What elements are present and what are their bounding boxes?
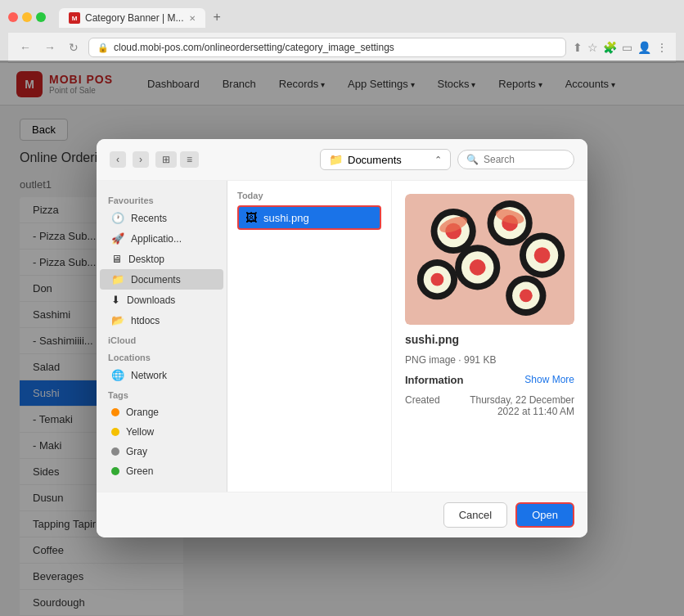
sidebar-item-htdocs[interactable]: 📂 htdocs: [100, 310, 223, 330]
maximize-button[interactable]: [36, 12, 46, 22]
sidebar-item-tag-orange[interactable]: Orange: [100, 402, 223, 422]
new-tab-button[interactable]: +: [207, 7, 227, 28]
sidebar-item-applications-label: Applicatio...: [131, 233, 182, 245]
locations-section-label: Locations: [97, 348, 227, 365]
sushi-preview: [405, 194, 574, 325]
file-dialog: ‹ › ⊞ ≡ 📁 Documents ⌃ 🔍 Favourites: [97, 139, 587, 537]
sidebar-item-recents-label: Recents: [131, 213, 167, 224]
orange-tag-dot: [111, 408, 119, 416]
favourites-section-label: Favourites: [97, 191, 227, 208]
sidebar-item-documents[interactable]: 📁 Documents: [100, 269, 223, 290]
sidebar-item-gray-label: Gray: [126, 446, 147, 457]
green-tag-dot: [111, 467, 119, 475]
recents-icon: 🕐: [111, 212, 124, 224]
back-nav-button[interactable]: ←: [16, 39, 34, 56]
dialog-grid-view-button[interactable]: ⊞: [155, 151, 177, 168]
sidebar-item-green-label: Green: [126, 465, 153, 477]
sidebar-item-desktop-label: Desktop: [128, 254, 164, 265]
address-text: cloud.mobi-pos.com/onlineordersetting/ca…: [114, 42, 394, 53]
show-more-link[interactable]: Show More: [524, 374, 574, 385]
search-box[interactable]: 🔍: [457, 150, 574, 169]
sidebar-item-yellow-label: Yellow: [126, 426, 154, 438]
created-label: Created: [405, 394, 440, 406]
sidebar-item-orange-label: Orange: [126, 407, 159, 418]
sidebar-panel: Favourites 🕐 Recents 🚀 Applicatio... 🖥 D…: [97, 181, 227, 492]
lock-icon: 🔒: [97, 43, 109, 53]
open-button[interactable]: Open: [515, 502, 574, 528]
active-tab[interactable]: M Category Banner | M... ✕: [59, 8, 205, 28]
close-button[interactable]: [8, 12, 18, 22]
profile-icon[interactable]: 👤: [637, 41, 651, 54]
applications-icon: 🚀: [111, 232, 124, 245]
search-icon: 🔍: [466, 154, 479, 165]
folder-selector[interactable]: 📁 Documents ⌃: [320, 149, 451, 170]
browser-chrome: M Category Banner | M... ✕ + ← → ↻ 🔒 clo…: [0, 0, 684, 63]
dialog-body: Favourites 🕐 Recents 🚀 Applicatio... 🖥 D…: [97, 181, 587, 492]
dialog-forward-button[interactable]: ›: [133, 151, 149, 168]
browser-actions: ⬆ ☆ 🧩 ▭ 👤 ⋮: [573, 41, 668, 54]
sidebar-icon[interactable]: ▭: [622, 41, 632, 54]
sidebar-item-downloads[interactable]: ⬇ Downloads: [100, 290, 223, 310]
sidebar-item-applications[interactable]: 🚀 Applicatio...: [100, 228, 223, 249]
documents-icon: 📁: [111, 273, 124, 286]
tab-bar: M Category Banner | M... ✕ +: [59, 7, 227, 28]
folder-icon: 📁: [329, 153, 343, 166]
extensions-icon[interactable]: 🧩: [603, 41, 617, 54]
address-bar[interactable]: 🔒 cloud.mobi-pos.com/onlineordersetting/…: [88, 38, 566, 57]
dialog-footer: Cancel Open: [97, 492, 587, 537]
yellow-tag-dot: [111, 428, 119, 436]
sidebar-item-documents-label: Documents: [131, 274, 181, 286]
sidebar-item-tag-green[interactable]: Green: [100, 461, 223, 481]
modal-overlay: ‹ › ⊞ ≡ 📁 Documents ⌃ 🔍 Favourites: [0, 61, 684, 616]
svg-point-9: [534, 247, 551, 263]
file-item-name: sushi.png: [263, 212, 309, 224]
tab-favicon: M: [69, 12, 80, 24]
file-icon: 🖼: [245, 211, 257, 224]
bookmark-icon[interactable]: ☆: [587, 41, 598, 54]
cancel-button[interactable]: Cancel: [443, 502, 507, 528]
share-icon[interactable]: ⬆: [573, 41, 583, 54]
traffic-lights: [8, 12, 46, 22]
sidebar-item-desktop[interactable]: 🖥 Desktop: [100, 249, 223, 269]
preview-image-area: [405, 194, 574, 325]
browser-toolbar: ← → ↻ 🔒 cloud.mobi-pos.com/onlineorderse…: [8, 33, 676, 63]
htdocs-icon: 📂: [111, 314, 124, 326]
dialog-view-buttons: ⊞ ≡: [155, 151, 199, 168]
tab-title: Category Banner | M...: [85, 12, 184, 24]
folder-name: Documents: [348, 154, 430, 166]
desktop-icon: 🖥: [111, 253, 122, 265]
svg-point-18: [520, 289, 533, 302]
sidebar-item-recents[interactable]: 🕐 Recents: [100, 208, 223, 228]
browser-titlebar: M Category Banner | M... ✕ +: [8, 7, 676, 28]
dialog-list-view-button[interactable]: ≡: [180, 151, 199, 168]
sushi-image-svg: [405, 198, 574, 321]
sidebar-item-tag-yellow[interactable]: Yellow: [100, 422, 223, 442]
sidebar-item-htdocs-label: htdocs: [131, 315, 160, 326]
sidebar-item-downloads-label: Downloads: [127, 295, 175, 306]
forward-nav-button[interactable]: →: [41, 39, 59, 56]
minimize-button[interactable]: [22, 12, 32, 22]
created-value: Thursday, 22 December 2022 at 11:40 AM: [452, 394, 574, 417]
menu-icon[interactable]: ⋮: [656, 41, 668, 54]
svg-point-12: [470, 259, 486, 276]
file-list-panel: Today 🖼 sushi.png: [227, 181, 391, 492]
preview-filetype: PNG image · 991 KB: [405, 354, 574, 366]
preview-filename: sushi.png: [405, 333, 574, 346]
folder-chevron-icon: ⌃: [434, 155, 442, 165]
dialog-toolbar: ‹ › ⊞ ≡ 📁 Documents ⌃ 🔍: [97, 139, 587, 181]
sidebar-item-tag-gray[interactable]: Gray: [100, 442, 223, 461]
created-row: Created Thursday, 22 December 2022 at 11…: [405, 394, 574, 417]
sidebar-item-network[interactable]: 🌐 Network: [100, 365, 223, 385]
tab-close-icon[interactable]: ✕: [189, 14, 196, 23]
info-section-label: Information: [405, 374, 464, 386]
date-header: Today: [237, 191, 381, 200]
dialog-back-button[interactable]: ‹: [110, 151, 126, 168]
search-input[interactable]: [484, 154, 565, 165]
preview-info-row: Information Show More: [405, 374, 574, 386]
reload-button[interactable]: ↻: [65, 39, 82, 56]
tags-section-label: Tags: [97, 385, 227, 402]
gray-tag-dot: [111, 447, 119, 456]
icloud-section-label: iCloud: [97, 330, 227, 348]
file-item-sushi[interactable]: 🖼 sushi.png: [237, 205, 381, 230]
network-icon: 🌐: [111, 369, 124, 381]
